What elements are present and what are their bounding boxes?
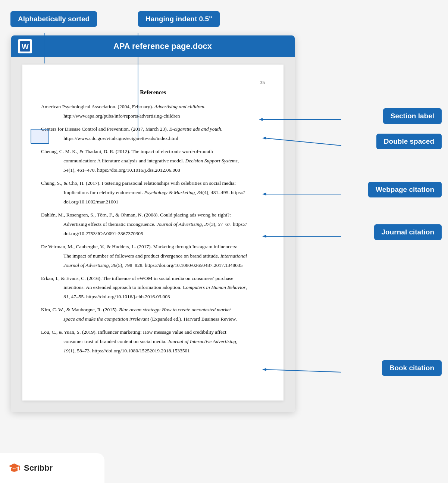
table-row: Centers for Disease Control and Preventi… — [41, 125, 265, 143]
badge-book-citation: Book citation — [382, 360, 442, 376]
badge-double-spaced: Double spaced — [376, 134, 442, 149]
document-titlebar: W APA reference page.docx — [11, 35, 295, 57]
scribbr-logo: Scribbr — [7, 461, 53, 475]
table-row: De Veirman, M., Cauberghe, V., & Hudders… — [41, 242, 265, 270]
badge-hanging-indent: Hanging indent 0.5" — [138, 11, 220, 27]
document-page: 35 References American Psychological Ass… — [22, 65, 283, 401]
table-row: Chung, S., & Cho, H. (2017). Fostering p… — [41, 179, 265, 207]
references-heading: References — [41, 89, 265, 96]
word-icon: W — [18, 39, 32, 53]
document-body: 35 References American Psychological Ass… — [11, 57, 295, 412]
table-row: Lou, C., & Yuan, S. (2019). Influencer m… — [41, 328, 265, 356]
page-number: 35 — [41, 80, 265, 85]
table-row: Cheung, C. M. K., & Thadani, D. R. (2012… — [41, 147, 265, 175]
table-row: Dahlén, M., Rosengren, S., Törn, F., & Ö… — [41, 211, 265, 239]
table-row: American Psychological Association. (200… — [41, 102, 265, 121]
badge-journal-citation: Journal citation — [374, 224, 442, 240]
table-row: Erkan, I., & Evans, C. (2016). The influ… — [41, 274, 265, 302]
document-title: APA reference page.docx — [37, 41, 288, 51]
scribbr-name: Scribbr — [24, 463, 53, 473]
badge-section-label: Section label — [383, 108, 442, 124]
page-container: Alphabetically sorted Hanging indent 0.5… — [0, 0, 448, 483]
reference-list: American Psychological Association. (200… — [41, 102, 265, 356]
scribbr-icon — [7, 461, 21, 475]
badge-alphabetically-sorted: Alphabetically sorted — [10, 11, 97, 27]
svg-text:W: W — [22, 43, 29, 51]
svg-point-15 — [19, 469, 21, 471]
document-window: W APA reference page.docx 35 References … — [11, 35, 295, 412]
badge-webpage-citation: Webpage citation — [368, 182, 442, 197]
scribbr-footer: Scribbr — [0, 453, 104, 483]
table-row: Kim, C. W., & Mauborgne, R. (2015). Blue… — [41, 305, 265, 324]
